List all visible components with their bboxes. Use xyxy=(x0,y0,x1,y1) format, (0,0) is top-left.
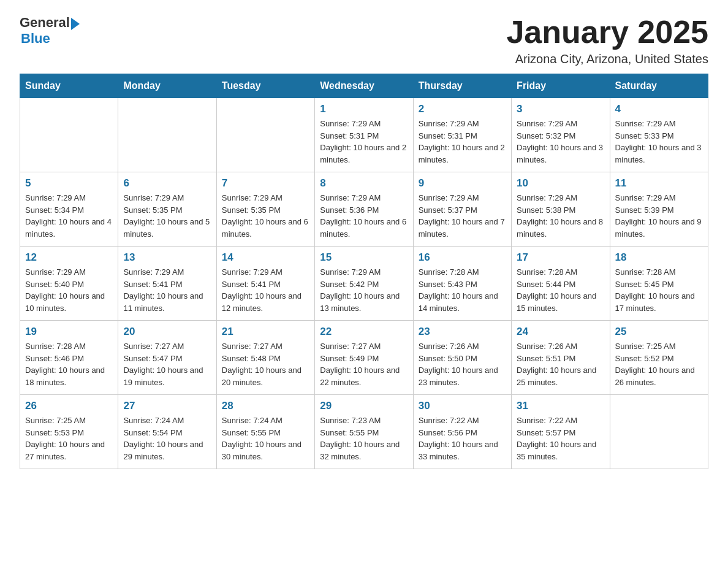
day-number: 3 xyxy=(517,103,604,115)
day-info: Sunrise: 7:29 AM Sunset: 5:39 PM Dayligh… xyxy=(615,192,703,240)
day-cell: 5Sunrise: 7:29 AM Sunset: 5:34 PM Daylig… xyxy=(20,172,118,247)
day-of-week-header: Monday xyxy=(118,74,216,98)
day-info: Sunrise: 7:29 AM Sunset: 5:40 PM Dayligh… xyxy=(25,266,113,314)
day-info: Sunrise: 7:29 AM Sunset: 5:37 PM Dayligh… xyxy=(419,192,506,240)
day-info: Sunrise: 7:28 AM Sunset: 5:45 PM Dayligh… xyxy=(615,266,703,314)
day-number: 25 xyxy=(615,326,703,338)
day-number: 15 xyxy=(320,251,408,264)
day-info: Sunrise: 7:29 AM Sunset: 5:41 PM Dayligh… xyxy=(222,266,309,314)
day-cell: 15Sunrise: 7:29 AM Sunset: 5:42 PM Dayli… xyxy=(315,247,413,321)
day-of-week-header: Tuesday xyxy=(216,74,314,98)
day-number: 11 xyxy=(615,177,703,190)
day-cell: 2Sunrise: 7:29 AM Sunset: 5:31 PM Daylig… xyxy=(413,98,511,172)
day-cell: 6Sunrise: 7:29 AM Sunset: 5:35 PM Daylig… xyxy=(118,172,216,247)
day-info: Sunrise: 7:24 AM Sunset: 5:54 PM Dayligh… xyxy=(123,415,211,462)
day-number: 13 xyxy=(123,251,211,264)
day-cell: 11Sunrise: 7:29 AM Sunset: 5:39 PM Dayli… xyxy=(610,172,708,247)
day-info: Sunrise: 7:26 AM Sunset: 5:51 PM Dayligh… xyxy=(517,340,604,388)
days-header-row: SundayMondayTuesdayWednesdayThursdayFrid… xyxy=(20,74,708,98)
day-cell: 20Sunrise: 7:27 AM Sunset: 5:47 PM Dayli… xyxy=(118,321,216,395)
day-cell xyxy=(216,98,314,172)
day-cell: 3Sunrise: 7:29 AM Sunset: 5:32 PM Daylig… xyxy=(512,98,610,172)
day-number: 16 xyxy=(419,251,506,264)
header: General Blue January 2025 Arizona City, … xyxy=(20,15,708,66)
day-number: 30 xyxy=(419,400,506,412)
day-number: 23 xyxy=(419,326,506,338)
week-row: 12Sunrise: 7:29 AM Sunset: 5:40 PM Dayli… xyxy=(20,247,708,321)
day-of-week-header: Thursday xyxy=(413,74,511,98)
day-cell: 29Sunrise: 7:23 AM Sunset: 5:55 PM Dayli… xyxy=(315,395,413,469)
day-info: Sunrise: 7:28 AM Sunset: 5:46 PM Dayligh… xyxy=(25,340,113,388)
day-number: 20 xyxy=(123,326,211,338)
day-number: 7 xyxy=(222,177,309,190)
day-of-week-header: Friday xyxy=(512,74,610,98)
day-cell: 18Sunrise: 7:28 AM Sunset: 5:45 PM Dayli… xyxy=(610,247,708,321)
day-number: 19 xyxy=(25,326,113,338)
day-number: 28 xyxy=(222,400,309,412)
day-number: 31 xyxy=(517,400,604,412)
day-number: 21 xyxy=(222,326,309,338)
day-cell: 28Sunrise: 7:24 AM Sunset: 5:55 PM Dayli… xyxy=(216,395,314,469)
week-row: 19Sunrise: 7:28 AM Sunset: 5:46 PM Dayli… xyxy=(20,321,708,395)
day-cell: 14Sunrise: 7:29 AM Sunset: 5:41 PM Dayli… xyxy=(216,247,314,321)
day-number: 12 xyxy=(25,251,113,264)
day-number: 17 xyxy=(517,251,604,264)
day-number: 26 xyxy=(25,400,113,412)
day-number: 1 xyxy=(320,103,408,115)
calendar-title: January 2025 xyxy=(506,15,708,50)
day-cell: 7Sunrise: 7:29 AM Sunset: 5:35 PM Daylig… xyxy=(216,172,314,247)
day-cell: 30Sunrise: 7:22 AM Sunset: 5:56 PM Dayli… xyxy=(413,395,511,469)
day-info: Sunrise: 7:24 AM Sunset: 5:55 PM Dayligh… xyxy=(222,415,309,462)
day-number: 9 xyxy=(419,177,506,190)
day-info: Sunrise: 7:22 AM Sunset: 5:56 PM Dayligh… xyxy=(419,415,506,462)
week-row: 26Sunrise: 7:25 AM Sunset: 5:53 PM Dayli… xyxy=(20,395,708,469)
day-number: 8 xyxy=(320,177,408,190)
day-info: Sunrise: 7:29 AM Sunset: 5:31 PM Dayligh… xyxy=(320,118,408,166)
day-cell: 24Sunrise: 7:26 AM Sunset: 5:51 PM Dayli… xyxy=(512,321,610,395)
day-cell: 8Sunrise: 7:29 AM Sunset: 5:36 PM Daylig… xyxy=(315,172,413,247)
day-number: 27 xyxy=(123,400,211,412)
day-cell: 13Sunrise: 7:29 AM Sunset: 5:41 PM Dayli… xyxy=(118,247,216,321)
day-cell: 25Sunrise: 7:25 AM Sunset: 5:52 PM Dayli… xyxy=(610,321,708,395)
day-cell: 21Sunrise: 7:27 AM Sunset: 5:48 PM Dayli… xyxy=(216,321,314,395)
day-number: 14 xyxy=(222,251,309,264)
day-info: Sunrise: 7:29 AM Sunset: 5:35 PM Dayligh… xyxy=(222,192,309,240)
day-info: Sunrise: 7:29 AM Sunset: 5:38 PM Dayligh… xyxy=(517,192,604,240)
day-number: 5 xyxy=(25,177,113,190)
day-cell xyxy=(118,98,216,172)
day-cell: 23Sunrise: 7:26 AM Sunset: 5:50 PM Dayli… xyxy=(413,321,511,395)
day-cell: 16Sunrise: 7:28 AM Sunset: 5:43 PM Dayli… xyxy=(413,247,511,321)
day-number: 22 xyxy=(320,326,408,338)
logo-arrow-icon xyxy=(71,18,80,30)
day-info: Sunrise: 7:27 AM Sunset: 5:47 PM Dayligh… xyxy=(123,340,211,388)
day-of-week-header: Wednesday xyxy=(315,74,413,98)
day-info: Sunrise: 7:27 AM Sunset: 5:49 PM Dayligh… xyxy=(320,340,408,388)
day-cell: 26Sunrise: 7:25 AM Sunset: 5:53 PM Dayli… xyxy=(20,395,118,469)
day-cell: 10Sunrise: 7:29 AM Sunset: 5:38 PM Dayli… xyxy=(512,172,610,247)
logo-blue: Blue xyxy=(21,31,50,47)
day-info: Sunrise: 7:23 AM Sunset: 5:55 PM Dayligh… xyxy=(320,415,408,462)
day-number: 6 xyxy=(123,177,211,190)
logo-general: General xyxy=(20,15,70,31)
day-number: 10 xyxy=(517,177,604,190)
day-info: Sunrise: 7:29 AM Sunset: 5:41 PM Dayligh… xyxy=(123,266,211,314)
day-info: Sunrise: 7:29 AM Sunset: 5:35 PM Dayligh… xyxy=(123,192,211,240)
day-cell: 22Sunrise: 7:27 AM Sunset: 5:49 PM Dayli… xyxy=(315,321,413,395)
day-info: Sunrise: 7:25 AM Sunset: 5:52 PM Dayligh… xyxy=(615,340,703,388)
day-info: Sunrise: 7:25 AM Sunset: 5:53 PM Dayligh… xyxy=(25,415,113,462)
calendar-table: SundayMondayTuesdayWednesdayThursdayFrid… xyxy=(20,74,708,469)
day-info: Sunrise: 7:29 AM Sunset: 5:42 PM Dayligh… xyxy=(320,266,408,314)
day-info: Sunrise: 7:28 AM Sunset: 5:44 PM Dayligh… xyxy=(517,266,604,314)
day-cell: 1Sunrise: 7:29 AM Sunset: 5:31 PM Daylig… xyxy=(315,98,413,172)
day-cell: 12Sunrise: 7:29 AM Sunset: 5:40 PM Dayli… xyxy=(20,247,118,321)
week-row: 5Sunrise: 7:29 AM Sunset: 5:34 PM Daylig… xyxy=(20,172,708,247)
day-cell: 19Sunrise: 7:28 AM Sunset: 5:46 PM Dayli… xyxy=(20,321,118,395)
day-info: Sunrise: 7:29 AM Sunset: 5:34 PM Dayligh… xyxy=(25,192,113,240)
day-info: Sunrise: 7:27 AM Sunset: 5:48 PM Dayligh… xyxy=(222,340,309,388)
day-number: 29 xyxy=(320,400,408,412)
day-cell xyxy=(610,395,708,469)
day-number: 4 xyxy=(615,103,703,115)
day-cell: 9Sunrise: 7:29 AM Sunset: 5:37 PM Daylig… xyxy=(413,172,511,247)
day-number: 24 xyxy=(517,326,604,338)
title-block: January 2025 Arizona City, Arizona, Unit… xyxy=(506,15,708,66)
